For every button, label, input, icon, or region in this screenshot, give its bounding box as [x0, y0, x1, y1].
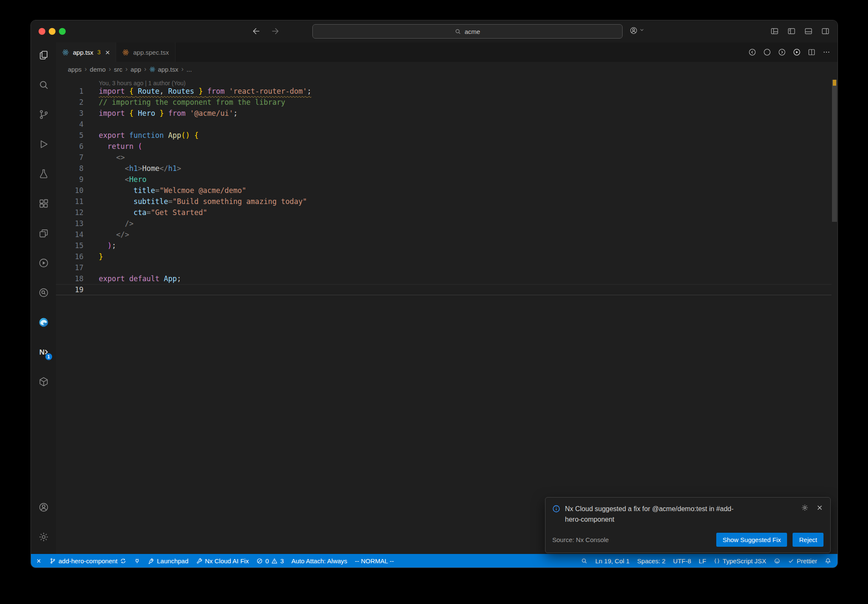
- tab-list: app.tsx3×app.spec.tsx: [56, 42, 175, 62]
- activity-run-debug-icon[interactable]: [38, 139, 49, 150]
- status-problems[interactable]: 03: [253, 554, 288, 568]
- search-icon: [455, 28, 461, 35]
- zoom-window-button[interactable]: [59, 28, 66, 35]
- toggle-primary-sidebar-button[interactable]: [787, 27, 796, 36]
- toggle-secondary-sidebar-button[interactable]: [821, 27, 830, 36]
- code-line-6[interactable]: 6 return (: [56, 141, 832, 152]
- code-line-3[interactable]: 3import { Hero } from '@acme/ui';: [56, 108, 832, 119]
- reject-button[interactable]: Reject: [793, 533, 823, 547]
- code-line-18[interactable]: 18export default App;: [56, 273, 832, 284]
- status-feedback[interactable]: [770, 554, 784, 568]
- more-actions-button[interactable]: [822, 48, 831, 56]
- breadcrumb-separator: ›: [85, 65, 87, 73]
- activity-remote-explorer-icon[interactable]: [38, 228, 49, 239]
- line-number: 18: [56, 273, 83, 284]
- scrollbar-thumb[interactable]: [832, 80, 837, 222]
- status-bar-left: add-hero-componentLaunchpadNx Cloud AI F…: [32, 554, 398, 568]
- breadcrumb-item-src[interactable]: src: [114, 66, 122, 73]
- minimize-window-button[interactable]: [49, 28, 56, 35]
- code-line-8[interactable]: 8 <h1>Home</h1>: [56, 163, 832, 174]
- code-line-9[interactable]: 9 <Hero: [56, 174, 832, 185]
- navigate-forward-circle-button[interactable]: [778, 48, 786, 56]
- tab-app.tsx[interactable]: app.tsx3×: [56, 42, 116, 62]
- rocket-icon: [148, 558, 154, 564]
- breadcrumb-item-app.tsx[interactable]: app.tsx: [149, 66, 178, 73]
- run-file-button[interactable]: [793, 48, 801, 56]
- breadcrumb-item-...[interactable]: ...: [186, 66, 192, 73]
- activity-edge-icon[interactable]: [38, 317, 49, 328]
- breadcrumb-item-apps[interactable]: apps: [68, 66, 82, 73]
- code-line-12[interactable]: 12 cta="Get Started": [56, 207, 832, 218]
- tab-app.spec.tsx[interactable]: app.spec.tsx: [116, 42, 175, 62]
- close-notification-button[interactable]: [816, 504, 823, 512]
- command-center[interactable]: acme: [312, 24, 623, 39]
- navigate-back-circle-button[interactable]: [748, 48, 757, 56]
- panel-bottom-icon: [804, 27, 813, 36]
- main-area: N1 app.tsx3×app.spec.tsx apps›demo›src›a…: [31, 42, 837, 554]
- react-icon: [62, 49, 69, 56]
- status-notifications[interactable]: [821, 554, 835, 568]
- status-zoom[interactable]: [577, 554, 591, 568]
- status-git-branch-label: add-hero-component: [58, 557, 117, 565]
- svg-text:N: N: [39, 348, 45, 356]
- status-eol-label: LF: [699, 557, 707, 565]
- tab-label: app.spec.tsx: [133, 49, 169, 56]
- activity-package-icon[interactable]: [38, 376, 49, 387]
- status-vim-mode[interactable]: -- NORMAL --: [351, 554, 398, 568]
- code-line-7[interactable]: 7 <>: [56, 152, 832, 163]
- code-line-13[interactable]: 13 />: [56, 218, 832, 229]
- account-menu-button[interactable]: [629, 26, 645, 35]
- code-line-2[interactable]: 2// importing the component from the lib…: [56, 97, 832, 108]
- status-remote-indicator[interactable]: [32, 554, 46, 568]
- navigate-forward-button[interactable]: [270, 26, 280, 38]
- editor[interactable]: You, 3 hours ago | 1 author (You) 1impor…: [56, 76, 837, 554]
- activity-settings-gear-icon[interactable]: [38, 531, 49, 542]
- activity-testing-icon[interactable]: [38, 168, 49, 179]
- close-window-button[interactable]: [39, 28, 45, 35]
- activity-play-circle-icon[interactable]: [38, 257, 49, 268]
- target-circle-button[interactable]: [763, 48, 771, 56]
- close-tab-icon[interactable]: ×: [105, 48, 110, 56]
- status-git-branch[interactable]: add-hero-component: [46, 554, 130, 568]
- status-plug[interactable]: [130, 554, 144, 568]
- code-line-14[interactable]: 14 </>: [56, 229, 832, 240]
- code-line-5[interactable]: 5export function App() {: [56, 130, 832, 141]
- status-eol[interactable]: LF: [695, 554, 710, 568]
- status-language-mode[interactable]: TypeScript JSX: [710, 554, 770, 568]
- breadcrumb-item-app[interactable]: app: [131, 66, 141, 73]
- status-formatter-label: Prettier: [797, 557, 817, 565]
- activity-nx-icon[interactable]: N1: [38, 347, 49, 358]
- activity-source-control-icon[interactable]: [38, 109, 49, 120]
- show-suggested-fix-button[interactable]: Show Suggested Fix: [716, 533, 787, 547]
- code-line-16[interactable]: 16}: [56, 251, 832, 262]
- code-line-4[interactable]: 4: [56, 119, 832, 130]
- code-line-17[interactable]: 17: [56, 262, 832, 273]
- status-launchpad[interactable]: Launchpad: [144, 554, 192, 568]
- activity-account-icon[interactable]: [38, 502, 49, 513]
- status-cursor-position[interactable]: Ln 19, Col 1: [591, 554, 633, 568]
- arrow-right-circle-icon: [778, 48, 786, 56]
- configure-notification-button[interactable]: [801, 504, 809, 512]
- activity-extensions-icon[interactable]: [38, 198, 49, 209]
- customize-layout-button[interactable]: [770, 27, 779, 36]
- status-nx-cloud-ai-fix[interactable]: Nx Cloud AI Fix: [192, 554, 253, 568]
- status-indentation[interactable]: Spaces: 2: [633, 554, 669, 568]
- navigate-back-button[interactable]: [251, 26, 261, 38]
- code-line-15[interactable]: 15 );: [56, 240, 832, 251]
- breadcrumb-item-demo[interactable]: demo: [90, 66, 106, 73]
- status-auto-attach[interactable]: Auto Attach: Always: [288, 554, 351, 568]
- activity-explorer-icon[interactable]: [38, 50, 49, 61]
- code-line-10[interactable]: 10 title="Welcmoe @acme/demo": [56, 185, 832, 196]
- code-line-1[interactable]: 1import { Route, Routes } from 'react-ro…: [56, 86, 832, 97]
- activity-search-circle-icon[interactable]: [38, 287, 49, 298]
- code-line-19[interactable]: 19: [56, 284, 832, 295]
- activity-search-icon[interactable]: [38, 79, 49, 90]
- status-vim-mode-label: -- NORMAL --: [355, 557, 394, 565]
- code-line-11[interactable]: 11 subtitle="Build something amazing tod…: [56, 196, 832, 207]
- split-editor-button[interactable]: [807, 48, 816, 56]
- breadcrumb-separator: ›: [108, 65, 111, 73]
- status-encoding[interactable]: UTF-8: [669, 554, 695, 568]
- toggle-panel-button[interactable]: [804, 27, 813, 36]
- smiley-icon: [774, 558, 780, 564]
- status-formatter[interactable]: Prettier: [784, 554, 821, 568]
